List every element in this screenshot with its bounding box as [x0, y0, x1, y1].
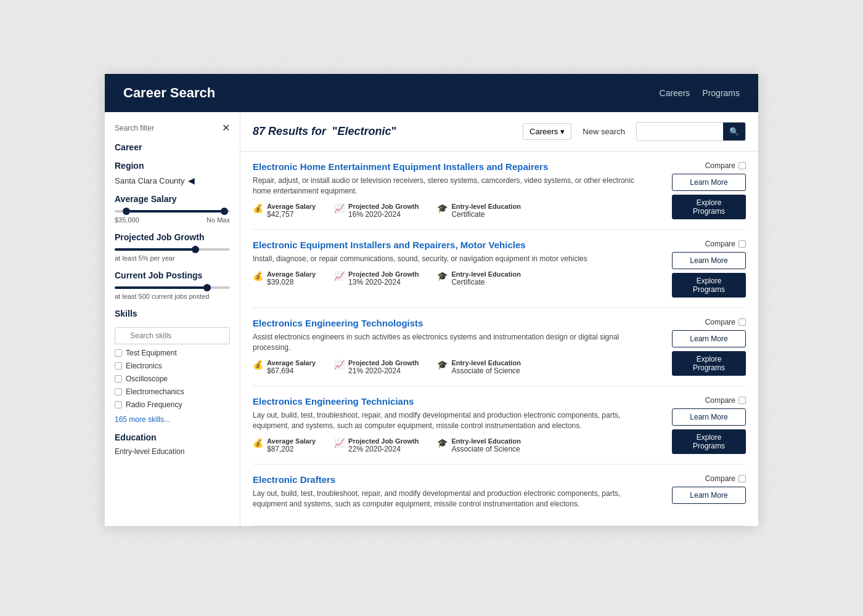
- career-card-3: Electronics Engineering Technicians Lay …: [253, 386, 746, 464]
- learn-more-button-0[interactable]: Learn More: [672, 174, 746, 191]
- salary-range-track[interactable]: [115, 210, 230, 213]
- skills-search-input[interactable]: [115, 327, 230, 344]
- careers-dropdown-label: Careers: [530, 127, 558, 136]
- stat-salary-0: 💰 Average Salary $42,757: [253, 203, 316, 219]
- stat-education-content-1: Entry-level Education Certificate: [451, 270, 520, 286]
- stat-growth-0: 📈 Projected Job Growth 16% 2020-2024: [334, 203, 419, 219]
- search-button[interactable]: 🔍: [723, 123, 745, 140]
- salary-thumb-max[interactable]: [221, 208, 228, 215]
- compare-row-1: Compare: [705, 240, 746, 248]
- explore-button-1[interactable]: Explore Programs: [672, 273, 746, 298]
- new-search-button[interactable]: New search: [578, 124, 630, 139]
- career-card-2: Electronics Engineering Technologists As…: [253, 308, 746, 386]
- education-icon-0: 🎓: [437, 203, 448, 213]
- stat-education-3: 🎓 Entry-level Education Associate of Sci…: [437, 437, 520, 453]
- postings-slider-fill: [115, 286, 207, 289]
- postings-slider-thumb[interactable]: [203, 284, 211, 291]
- explore-button-2[interactable]: Explore Programs: [672, 351, 746, 376]
- skill-checkbox-0[interactable]: [115, 349, 122, 357]
- stat-salary-label-1: Average Salary: [267, 270, 316, 278]
- compare-checkbox-0[interactable]: [738, 162, 746, 169]
- career-title-2[interactable]: Electronics Engineering Technologists: [253, 318, 653, 328]
- compare-label-3: Compare: [705, 396, 735, 405]
- stat-education-label-0: Entry-level Education: [451, 203, 520, 210]
- postings-slider-track[interactable]: [115, 286, 230, 289]
- stat-education-content-3: Entry-level Education Associate of Scien…: [451, 437, 520, 453]
- career-title-4[interactable]: Electronic Drafters: [253, 474, 653, 485]
- stat-salary-label-3: Average Salary: [267, 437, 316, 445]
- career-actions-1: Compare Learn More Explore Programs: [666, 240, 746, 298]
- dropdown-chevron-icon: ▾: [560, 127, 565, 136]
- header-nav: Careers Programs: [660, 88, 740, 98]
- learn-more-button-3[interactable]: Learn More: [672, 408, 746, 426]
- education-icon-2: 🎓: [437, 360, 448, 370]
- stat-growth-value-1: 13% 2020-2024: [348, 278, 419, 286]
- stat-salary-value-2: $67,694: [267, 367, 316, 375]
- sidebar-region-title: Region: [115, 161, 230, 171]
- results-list: Electronic Home Entertainment Equipment …: [240, 152, 758, 526]
- career-stats-3: 💰 Average Salary $87,202 📈 Projected Job…: [253, 437, 653, 453]
- learn-more-button-1[interactable]: Learn More: [672, 252, 746, 269]
- stat-growth-content-3: Projected Job Growth 22% 2020-2024: [348, 437, 419, 453]
- education-icon-3: 🎓: [437, 438, 448, 448]
- sidebar-education-title: Education: [115, 432, 230, 442]
- career-info-0: Electronic Home Entertainment Equipment …: [253, 161, 653, 219]
- skill-checkbox-2[interactable]: [115, 375, 122, 383]
- salary-range-labels: $35,000 No Max: [115, 216, 230, 224]
- career-title-3[interactable]: Electronics Engineering Technicians: [253, 396, 653, 407]
- stat-salary-value-0: $42,757: [267, 210, 316, 219]
- skill-label-0: Test Equipment: [126, 349, 177, 357]
- nav-careers[interactable]: Careers: [660, 88, 690, 98]
- compare-checkbox-3[interactable]: [738, 397, 746, 404]
- stat-salary-content-0: Average Salary $42,757: [267, 203, 316, 219]
- compare-checkbox-2[interactable]: [738, 318, 746, 326]
- stat-growth-label-1: Projected Job Growth: [348, 270, 419, 278]
- stat-growth-3: 📈 Projected Job Growth 22% 2020-2024: [334, 437, 419, 453]
- stat-education-content-2: Entry-level Education Associate of Scien…: [451, 359, 520, 375]
- stat-education-value-3: Associate of Science: [451, 445, 520, 453]
- stat-salary-label-2: Average Salary: [267, 359, 316, 367]
- explore-button-3[interactable]: Explore Programs: [672, 429, 746, 454]
- results-header: 87 Results for "Electronic" Careers ▾ Ne…: [240, 112, 758, 152]
- skills-search-wrapper: 🔍: [115, 323, 230, 344]
- learn-more-button-2[interactable]: Learn More: [672, 330, 746, 347]
- career-actions-0: Compare Learn More Explore Programs: [666, 161, 746, 219]
- sidebar-salary-title: Average Salary: [115, 194, 230, 204]
- header-title: Career Search: [123, 85, 215, 101]
- career-title-0[interactable]: Electronic Home Entertainment Equipment …: [253, 161, 653, 172]
- more-skills-link[interactable]: 165 more skills...: [115, 415, 230, 424]
- learn-more-button-4[interactable]: Learn More: [672, 487, 746, 504]
- skill-checkbox-4[interactable]: [115, 401, 122, 408]
- sidebar-career-title: Career: [115, 142, 230, 152]
- career-info-1: Electronic Equipment Installers and Repa…: [253, 240, 653, 298]
- career-desc-4: Lay out, build, test, troubleshoot, repa…: [253, 488, 653, 509]
- stat-education-value-0: Certificate: [451, 210, 520, 219]
- salary-thumb-min[interactable]: [123, 208, 130, 215]
- compare-checkbox-4[interactable]: [738, 475, 746, 482]
- career-title-1[interactable]: Electronic Equipment Installers and Repa…: [253, 240, 653, 250]
- skill-checkbox-3[interactable]: [115, 388, 122, 395]
- sidebar-close-button[interactable]: ✕: [222, 122, 230, 134]
- skill-checkbox-1[interactable]: [115, 362, 122, 370]
- stat-growth-value-0: 16% 2020-2024: [348, 210, 419, 219]
- sidebar-postings-title: Current Job Postings: [115, 270, 230, 280]
- stat-salary-value-1: $39,028: [267, 278, 316, 286]
- growth-icon-0: 📈: [334, 203, 345, 213]
- growth-slider-thumb[interactable]: [192, 246, 199, 253]
- search-input[interactable]: [637, 123, 723, 140]
- growth-slider-track[interactable]: [115, 248, 230, 251]
- explore-button-0[interactable]: Explore Programs: [672, 195, 746, 219]
- careers-dropdown[interactable]: Careers ▾: [523, 123, 571, 140]
- skill-label-2: Oscilloscope: [126, 375, 168, 383]
- skill-item-3: Electromechanics: [115, 387, 230, 396]
- stat-growth-content-0: Projected Job Growth 16% 2020-2024: [348, 203, 419, 219]
- stat-salary-2: 💰 Average Salary $67,694: [253, 359, 316, 375]
- skill-item-0: Test Equipment: [115, 349, 230, 357]
- stat-education-2: 🎓 Entry-level Education Associate of Sci…: [437, 359, 520, 375]
- compare-checkbox-1[interactable]: [738, 240, 746, 248]
- stat-education-1: 🎓 Entry-level Education Certificate: [437, 270, 520, 286]
- sidebar-filter-header: Search filter ✕: [115, 122, 230, 134]
- nav-programs[interactable]: Programs: [702, 88, 740, 98]
- stat-salary-content-2: Average Salary $67,694: [267, 359, 316, 375]
- stat-growth-content-2: Projected Job Growth 21% 2020-2024: [348, 359, 419, 375]
